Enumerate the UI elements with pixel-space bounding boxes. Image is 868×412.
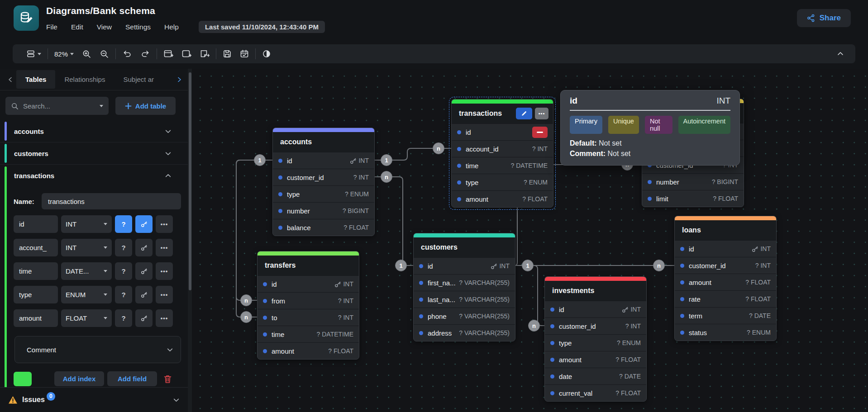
table-header[interactable]: accounts [273,132,374,152]
menu-file[interactable]: File [46,23,57,31]
table-field-row[interactable]: term? DATE [675,307,776,324]
menu-settings[interactable]: Settings [125,23,151,31]
table-field-row[interactable]: number? BIGINT [273,202,374,219]
nullable-toggle-button[interactable]: ? [115,286,132,303]
table-field-row[interactable]: balance? FLOAT [273,219,374,236]
field-name-input[interactable]: account_ [14,239,58,256]
add-index-button[interactable]: Add index [54,371,104,386]
table-color-swatch[interactable] [14,372,32,386]
toolbar-collapse-button[interactable] [836,50,848,58]
diagram-table-loans[interactable]: loans idINT customer_id? INT amount? FLO… [674,216,777,341]
relationship-edge[interactable] [515,265,544,326]
share-button[interactable]: Share [797,9,851,27]
comment-section[interactable]: Comment [14,336,181,363]
search-input[interactable]: Search... [5,97,109,115]
nullable-toggle-button[interactable]: ? [115,262,132,280]
diagram-table-investments[interactable]: investments idINT customer_id? INT type?… [544,276,647,402]
relationship-edge[interactable] [375,177,413,265]
theme-toggle-button[interactable] [262,49,271,58]
table-field-row[interactable]: last_na...? VARCHAR(255) [414,291,515,308]
field-more-button[interactable]: ••• [156,239,173,256]
table-field-row[interactable]: phone? VARCHAR(255) [414,308,515,324]
table-field-row[interactable]: amount? FLOAT [675,274,776,290]
table-field-row[interactable]: amount? FLOAT [545,351,646,368]
tab-relationships[interactable]: Relationships [55,70,114,89]
add-table-sidebar-button[interactable]: Add table [115,97,176,115]
table-field-row[interactable]: amount? FLOAT [452,190,553,207]
primary-key-toggle-button[interactable] [135,239,153,256]
edit-table-button[interactable] [516,108,532,119]
table-field-row[interactable]: address? VARCHAR(255) [414,324,515,341]
table-field-row[interactable]: rate? FLOAT [675,290,776,307]
save-button[interactable] [223,49,232,58]
field-name-input[interactable]: id [14,215,58,233]
add-table-button[interactable] [163,49,173,58]
table-name-input[interactable]: transactions [42,193,181,209]
table-field-row[interactable]: account_id? INT [452,140,553,157]
field-more-button[interactable]: ••• [156,286,173,303]
zoom-in-button[interactable] [82,49,91,59]
primary-key-toggle-button[interactable] [135,309,153,327]
table-field-row[interactable]: amount? FLOAT [258,342,359,359]
diagram-table-accounts[interactable]: accounts idINT customer_id? INT type? EN… [272,128,375,236]
add-field-button[interactable]: Add field [107,371,157,386]
zoom-level-dropdown[interactable]: 82% [54,50,74,58]
table-field-row[interactable]: first_na...? VARCHAR(255) [414,274,515,291]
field-more-button[interactable]: ••• [156,215,173,233]
diagram-table-customers[interactable]: customers idINT first_na...? VARCHAR(255… [413,233,515,341]
table-field-row[interactable]: id [452,123,553,140]
delete-field-button[interactable] [532,127,548,138]
table-header[interactable]: investments [545,281,646,301]
nullable-toggle-button[interactable]: ? [115,215,132,233]
field-more-button[interactable]: ••• [156,262,173,280]
table-field-row[interactable]: customer_id? INT [545,317,646,334]
field-type-select[interactable]: DATE... [61,262,112,280]
field-type-select[interactable]: FLOAT [61,309,112,327]
redo-button[interactable] [140,49,150,58]
sidebar-scrollbar[interactable] [188,69,192,412]
delete-table-button[interactable] [163,374,172,384]
undo-button[interactable] [122,49,132,58]
sidebar-item-transactions[interactable]: transactions [0,165,188,187]
header-layout-dropdown[interactable] [26,49,41,58]
table-field-row[interactable]: to? INT [258,309,359,326]
sidebar-item-accounts[interactable]: accounts [0,120,188,142]
table-field-row[interactable]: type? ENUM [273,185,374,202]
field-type-select[interactable]: ENUM [61,286,112,303]
table-field-row[interactable]: from? INT [258,292,359,309]
table-field-row[interactable]: status? ENUM [675,324,776,341]
table-field-row[interactable]: customer_id? INT [273,169,374,185]
table-field-row[interactable]: idINT [258,275,359,292]
table-field-row[interactable]: limit? FLOAT [642,190,744,207]
table-header[interactable]: loans [675,220,776,240]
table-field-row[interactable]: time? DATETIME [452,157,553,174]
field-name-input[interactable]: amount [14,309,58,327]
table-field-row[interactable]: number? BIGINT [642,173,744,190]
menu-view[interactable]: View [97,23,112,31]
diagram-table-transfers[interactable]: transfers idINT from? INT to? INT time? … [257,251,359,360]
add-note-button[interactable] [200,49,210,58]
table-header[interactable]: transactions••• [452,104,553,123]
tab-tables[interactable]: Tables [16,70,55,89]
nullable-toggle-button[interactable]: ? [115,239,132,256]
table-field-row[interactable]: type? ENUM [452,174,553,190]
scrollbar-thumb[interactable] [189,72,191,290]
table-field-row[interactable]: date? DATE [545,368,646,384]
field-type-select[interactable]: INT [61,215,112,233]
zoom-out-button[interactable] [100,49,109,59]
table-header[interactable]: customers [414,237,515,257]
field-name-input[interactable]: time [14,262,58,280]
nullable-toggle-button[interactable]: ? [115,309,132,327]
primary-key-toggle-button[interactable] [135,262,153,280]
issues-bar[interactable]: Issues 0 [0,387,188,412]
primary-key-toggle-button[interactable] [135,286,153,303]
add-area-button[interactable] [181,49,191,58]
table-field-row[interactable]: time? DATETIME [258,326,359,342]
tabs-scroll-right[interactable] [173,76,185,83]
table-field-row[interactable]: idINT [273,152,374,169]
diagram-canvas[interactable]: 1nn1nn11nnn accounts idINT customer_id? … [192,69,868,412]
table-field-row[interactable]: current_val? FLOAT [545,384,646,401]
table-more-button[interactable]: ••• [535,108,548,119]
primary-key-toggle-button[interactable] [135,215,153,233]
table-field-row[interactable]: idINT [675,240,776,257]
